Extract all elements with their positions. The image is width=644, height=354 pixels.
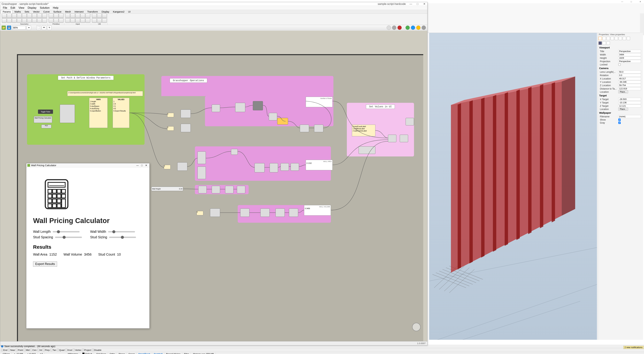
ribbon-icon[interactable] — [12, 13, 16, 18]
gh-minimize-button[interactable]: — — [409, 2, 412, 5]
preview-mesh-icon[interactable] — [411, 25, 415, 30]
osnap-quad[interactable]: Quad — [57, 349, 65, 351]
menu-display[interactable]: Display — [26, 6, 38, 10]
properties-tab-icon[interactable] — [598, 37, 602, 40]
node-component[interactable] — [289, 208, 298, 217]
ribbon-icon[interactable] — [80, 13, 85, 18]
node-component[interactable] — [276, 208, 285, 217]
ribbon-icon[interactable] — [97, 18, 102, 23]
status-smarttrack[interactable]: SmartTrack — [137, 353, 152, 354]
node-component[interactable] — [277, 118, 288, 125]
panel-vars[interactable]: VARS 1 length2 width3 studSpace4 studSiz… — [89, 98, 108, 128]
ribbon-icon[interactable] — [12, 18, 16, 23]
group-gh-ops[interactable]: Grasshopper Operations — [161, 76, 334, 96]
menu-view[interactable]: View — [17, 6, 26, 10]
wallpaper-file-field[interactable]: (none) — [618, 115, 641, 118]
camera-y-field[interactable]: -94.346 — [618, 80, 641, 84]
wall-length-slider[interactable] — [53, 231, 80, 232]
ribbon-icon[interactable] — [17, 13, 22, 18]
properties-sub-icon[interactable] — [598, 41, 602, 45]
canvas-navigator-icon[interactable] — [412, 323, 420, 331]
target-x-field[interactable]: -26.503 — [618, 98, 641, 101]
osnap-cen[interactable]: Cen — [30, 349, 36, 351]
properties-sub-icon[interactable] — [606, 41, 610, 45]
ribbon-icon[interactable] — [86, 18, 90, 23]
node-component[interactable] — [237, 186, 245, 193]
properties-tab-icon[interactable] — [610, 37, 614, 40]
preview-settings-icon[interactable] — [422, 25, 426, 30]
node-slider-wallheight[interactable]: Wall Height0 24 — [151, 187, 183, 191]
node-panel-small[interactable]: 0 — [167, 126, 174, 131]
node-component[interactable] — [231, 149, 238, 155]
ribbon-icon[interactable] — [102, 13, 107, 18]
node-panel-small[interactable]: 0 — [196, 211, 203, 215]
osnap-disable[interactable]: Disable — [92, 349, 102, 351]
menu-solution[interactable]: Solution — [38, 6, 51, 10]
ribbon-icon[interactable] — [17, 18, 22, 23]
osnap-end[interactable]: End — [1, 349, 7, 351]
ribbon-icon[interactable] — [27, 13, 32, 18]
gh-menubar[interactable]: FileEditViewDisplaySolutionHelp — [0, 6, 427, 10]
node-component[interactable] — [212, 186, 220, 193]
status-osnap[interactable]: Osnap — [127, 353, 137, 354]
node-component[interactable] — [406, 118, 414, 125]
zoom-extents-icon[interactable]: ⛶ — [36, 25, 41, 30]
tab-intersect[interactable]: Intersect — [73, 10, 86, 13]
panel-path[interactable]: C:\Users\paris\Documents\GitHub\gh-web-u… — [67, 91, 143, 96]
tab-kangaroo2[interactable]: Kangaroo2 — [111, 10, 126, 13]
node-component[interactable] — [253, 101, 263, 110]
calc-titlebar[interactable]: Wall Pricing Calculator — □ ✕ — [26, 163, 150, 167]
tab-display[interactable]: Display — [100, 10, 111, 13]
ribbon-icon[interactable] — [54, 18, 58, 23]
ribbon-icon[interactable] — [7, 13, 12, 18]
ribbon-icon[interactable] — [49, 18, 54, 23]
preview-selected-icon[interactable] — [406, 25, 410, 30]
ribbon-icon[interactable] — [92, 13, 97, 18]
preview-custom-icon[interactable] — [416, 25, 420, 30]
node-component[interactable] — [260, 208, 270, 217]
panel-wall-volume[interactable]: WALL VOLUME 0 3456 — [304, 205, 331, 215]
node-hui[interactable]: HUI — [41, 125, 51, 128]
wallpaper-gray-checkbox[interactable] — [618, 122, 621, 124]
node-component[interactable] — [198, 167, 206, 179]
status-record-history[interactable]: Record History — [164, 353, 182, 354]
gh-ribbon[interactable]: GeometryPrimitiveInputUtil — [0, 13, 427, 25]
node-wall-pricing[interactable]: Wall Pricing Calculator — [34, 116, 52, 123]
ribbon-icon[interactable] — [42, 18, 47, 23]
camera-dist-field[interactable]: 122.919 — [618, 87, 641, 90]
node-listitem[interactable] — [210, 208, 220, 217]
properties-tab-icon[interactable] — [619, 37, 622, 40]
ribbon-icon[interactable] — [102, 18, 107, 23]
ribbon-icon[interactable] — [37, 18, 42, 23]
rhino-perspective-viewport[interactable] — [429, 33, 597, 340]
gh-tabbar[interactable]: ParamsMathsSetsVectorCurveSurfaceMeshInt… — [0, 10, 427, 13]
node-component[interactable] — [254, 163, 264, 173]
target-z-field[interactable]: 12.121 — [618, 104, 641, 108]
osnap-tan[interactable]: Tan — [50, 349, 56, 351]
ribbon-icon[interactable] — [32, 18, 37, 23]
status-ortho[interactable]: Ortho — [108, 353, 117, 354]
named-view-icon[interactable]: 👁 — [42, 25, 46, 30]
tab-curve[interactable]: Curve — [42, 10, 51, 13]
node-listitem[interactable] — [181, 110, 191, 118]
node-listitem[interactable] — [177, 162, 187, 171]
ribbon-icon[interactable] — [70, 13, 75, 18]
properties-tab-icon[interactable] — [606, 37, 610, 40]
panel-values[interactable]: VALUES 12.43 14 05 Export Results — [113, 98, 130, 128]
preview-shaded-icon[interactable] — [398, 25, 402, 30]
viewport-height-field[interactable]: 1829 — [618, 56, 641, 59]
stud-sizing-slider[interactable] — [109, 237, 136, 238]
camera-place-button[interactable]: Place... — [618, 91, 628, 93]
panel-wall-area[interactable]: WALL AREA 0 1152 — [306, 160, 332, 170]
wallpaper-show-checkbox[interactable] — [618, 119, 621, 121]
node-component[interactable] — [400, 135, 408, 142]
ribbon-icon[interactable] — [59, 18, 64, 23]
status-gumball[interactable]: Gumball — [152, 353, 164, 354]
node-component[interactable] — [198, 152, 206, 164]
zoom-input[interactable] — [12, 26, 26, 29]
rhino-maximize-button[interactable]: □ — [629, 0, 633, 3]
node-component[interactable] — [269, 113, 277, 120]
calc-minimize-button[interactable]: — — [135, 164, 140, 167]
ribbon-icon[interactable] — [32, 13, 37, 18]
osnap-near[interactable]: Near — [8, 349, 15, 351]
